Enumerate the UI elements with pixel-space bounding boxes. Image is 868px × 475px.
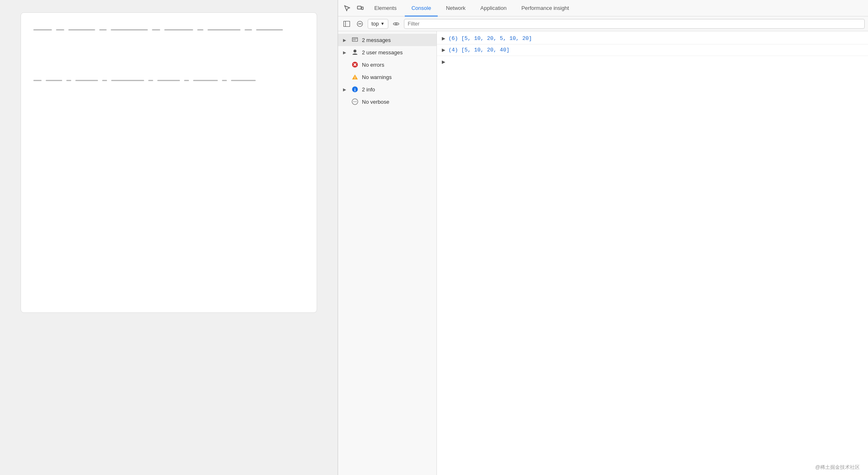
tab-performance-insight[interactable]: Performance insight [515, 0, 576, 16]
devtools-panel: Elements Console Network Application Per… [338, 0, 868, 475]
filter-sidebar: ▶ 2 messages ▶ [338, 31, 437, 475]
console-line-1[interactable]: ▶ (6) [5, 10, 20, 5, 10, 20] [437, 33, 868, 44]
svg-rect-7 [352, 38, 358, 42]
device-toggle-button[interactable] [355, 2, 366, 14]
filter-label-verbose: No verbose [362, 99, 389, 105]
svg-rect-2 [344, 21, 350, 26]
console-output[interactable]: ▶ (6) [5, 10, 20, 5, 10, 20] ▶ (4) [5, 1… [437, 31, 868, 475]
dash [197, 29, 203, 30]
dashed-line-row-2 [33, 80, 304, 81]
svg-text:i: i [354, 87, 355, 92]
filter-label-errors: No errors [362, 62, 384, 68]
dash [68, 29, 95, 30]
svg-point-19 [353, 101, 354, 102]
svg-point-20 [355, 101, 355, 102]
console-line-2[interactable]: ▶ (4) [5, 10, 20, 40] [437, 44, 868, 56]
dash [157, 80, 180, 81]
filter-label-info: 2 info [362, 86, 375, 93]
svg-text:!: ! [355, 76, 356, 80]
verbose-icon [351, 98, 359, 105]
dash [99, 29, 107, 30]
error-icon [351, 61, 359, 68]
filter-label-user-messages: 2 user messages [362, 49, 403, 56]
dash [148, 80, 153, 81]
expand-arrow-icon: ▶ [343, 87, 348, 92]
context-selector[interactable]: top ▼ [368, 19, 388, 29]
dash [245, 29, 252, 30]
tab-console[interactable]: Console [405, 0, 438, 16]
dash [111, 29, 148, 30]
dash [111, 80, 144, 81]
dash [102, 80, 107, 81]
dash [152, 29, 160, 30]
svg-point-6 [395, 23, 397, 25]
dash [231, 80, 256, 81]
credit-text: @稀土掘金技术社区 [815, 464, 860, 471]
console-text-2: (4) [5, 10, 20, 40] [448, 47, 509, 53]
dash [222, 80, 227, 81]
inspect-element-button[interactable] [341, 2, 353, 14]
dash [193, 80, 218, 81]
dash [33, 29, 52, 30]
console-toolbar: top ▼ [338, 16, 868, 31]
dash [33, 80, 42, 81]
sidebar-toggle-button[interactable] [341, 19, 352, 29]
filter-input[interactable] [404, 19, 865, 29]
info-icon: i [351, 86, 359, 93]
console-text-1: (6) [5, 10, 20, 5, 10, 20] [448, 35, 532, 42]
clear-console-button[interactable] [355, 19, 365, 29]
dash [184, 80, 189, 81]
tab-network[interactable]: Network [439, 0, 472, 16]
dashed-line-row-1 [33, 29, 304, 30]
dash [164, 29, 193, 30]
tabs-bar: Elements Console Network Application Per… [338, 0, 868, 16]
dash [66, 80, 71, 81]
dash [46, 80, 62, 81]
expand-arrow-icon[interactable]: ▶ [442, 36, 445, 41]
dash [256, 29, 283, 30]
eye-button[interactable] [391, 19, 401, 29]
user-icon [351, 49, 359, 56]
filter-item-errors[interactable]: ▶ No errors [338, 58, 436, 71]
svg-point-21 [356, 101, 357, 102]
dash [75, 80, 98, 81]
filter-label-messages: 2 messages [362, 37, 391, 43]
tab-application[interactable]: Application [474, 0, 513, 16]
filter-item-user-messages[interactable]: ▶ 2 user messages [338, 46, 436, 58]
tab-elements[interactable]: Elements [368, 0, 403, 16]
expand-arrow-icon: ▶ [343, 38, 348, 42]
devtools-main: ▶ 2 messages ▶ [338, 31, 868, 475]
chevron-down-icon: ▼ [380, 21, 385, 26]
svg-rect-1 [362, 7, 363, 9]
messages-icon [351, 36, 359, 44]
webpage-panel [0, 0, 338, 475]
filter-item-warnings[interactable]: ▶ ! No warnings [338, 71, 436, 83]
filter-item-verbose[interactable]: ▶ No verbose [338, 95, 436, 108]
svg-point-10 [354, 50, 357, 53]
dash [56, 29, 64, 30]
console-prompt: ▶ [437, 56, 868, 68]
expand-arrow-icon: ▶ [343, 50, 348, 55]
filter-item-info[interactable]: ▶ i 2 info [338, 83, 436, 95]
webpage-content [21, 12, 317, 313]
filter-label-warnings: No warnings [362, 74, 392, 80]
filter-item-messages[interactable]: ▶ 2 messages [338, 34, 436, 46]
dash [208, 29, 240, 30]
warning-icon: ! [351, 73, 359, 81]
prompt-icon: ▶ [442, 59, 445, 65]
expand-arrow-icon[interactable]: ▶ [442, 47, 445, 53]
svg-rect-0 [357, 6, 361, 9]
